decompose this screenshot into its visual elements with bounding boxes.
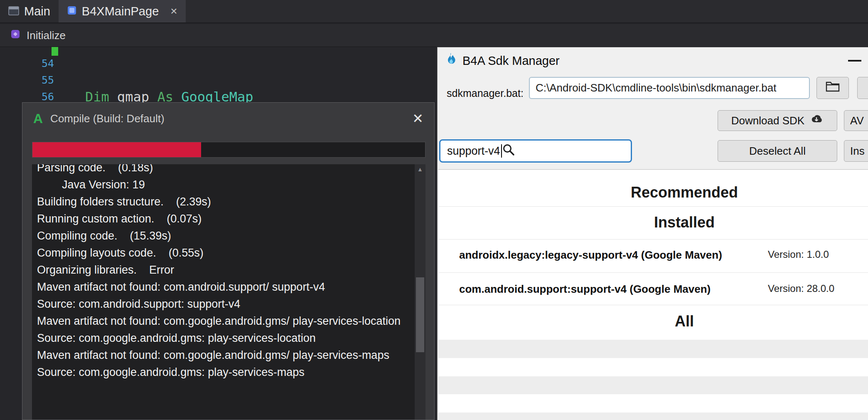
avd-button-label: AV xyxy=(850,114,864,127)
code-line: 56 Dim MapFragment1 As MapFragment xyxy=(0,72,437,89)
empty-row xyxy=(438,413,868,420)
package-table[interactable]: Recommended Installed androidx.legacy:le… xyxy=(438,169,868,420)
download-sdk-button[interactable]: Download SDK xyxy=(718,110,837,131)
code-line: 54 xyxy=(0,47,437,55)
row-divider xyxy=(438,239,868,240)
compile-dialog-title: Compile (Build: Default) xyxy=(50,112,165,125)
close-icon[interactable]: ✕ xyxy=(412,111,423,126)
sdkmanager-path-label: sdkmanager.bat: xyxy=(447,87,524,99)
download-sdk-label: Download SDK xyxy=(731,114,804,127)
progress-fill xyxy=(32,142,201,157)
search-icon xyxy=(502,143,515,159)
section-header-recommended: Recommended xyxy=(438,184,868,201)
sdk-window-title: B4A Sdk Manager xyxy=(462,54,560,68)
search-value: support-v4 xyxy=(447,145,500,158)
row-divider xyxy=(438,272,868,273)
module-toolbar: Initialize xyxy=(0,24,868,47)
compile-progress-bar xyxy=(32,142,425,158)
tab-main[interactable]: Main xyxy=(0,0,59,22)
section-header-all: All xyxy=(438,313,868,330)
cloud-download-icon xyxy=(809,114,824,128)
compile-log-text: Parsing code. (0.18s) Java Version: 19 B… xyxy=(37,164,411,381)
package-name: androidx.legacy:legacy-support-v4 (Googl… xyxy=(459,249,722,262)
code-line: 55 Dim gmap As GoogleMap xyxy=(0,55,437,72)
browse-folder-button[interactable] xyxy=(816,77,849,99)
tab-label: Main xyxy=(24,5,50,18)
sdk-titlebar: B4A Sdk Manager xyxy=(438,47,868,74)
log-scrollbar[interactable]: ▲ xyxy=(415,164,425,420)
install-button-label: Ins xyxy=(850,145,865,158)
section-header-installed: Installed xyxy=(438,214,868,231)
scrollbar-thumb[interactable] xyxy=(416,277,424,352)
package-version: Version: 1.0.0 xyxy=(768,249,829,260)
avd-manager-button[interactable]: AV xyxy=(844,110,868,131)
package-version: Version: 28.0.0 xyxy=(768,283,834,294)
folder-icon xyxy=(826,81,840,95)
minimize-button[interactable] xyxy=(848,60,861,62)
empty-row xyxy=(438,376,868,394)
tab-label: B4XMainPage xyxy=(82,5,159,18)
empty-row xyxy=(438,340,868,358)
row-divider xyxy=(438,206,868,207)
module-icon xyxy=(10,29,21,42)
page-icon xyxy=(67,5,77,18)
deselect-all-button[interactable]: Deselect All xyxy=(718,140,837,162)
compile-dialog: A Compile (Build: Default) ✕ Parsing cod… xyxy=(22,102,435,420)
deselect-all-label: Deselect All xyxy=(749,145,806,158)
install-button[interactable]: Ins xyxy=(844,140,868,162)
tab-bar: Main B4XMainPage × xyxy=(0,0,868,23)
compile-log[interactable]: Parsing code. (0.18s) Java Version: 19 B… xyxy=(32,164,425,420)
flame-icon xyxy=(445,52,457,69)
sdkmanager-path-input[interactable]: C:\Android-SDK\cmdline-tools\bin\sdkmana… xyxy=(529,77,810,99)
initialize-label[interactable]: Initialize xyxy=(27,29,66,42)
package-search-input[interactable]: support-v4 xyxy=(439,139,632,163)
sdk-manager-window: B4A Sdk Manager sdkmanager.bat: C:\Andro… xyxy=(437,47,868,420)
window-icon xyxy=(8,5,19,18)
scrollbar-up-icon[interactable]: ▲ xyxy=(415,166,425,173)
package-name: com.android.support:support-v4 (Google M… xyxy=(459,283,711,296)
clipped-button[interactable] xyxy=(857,77,868,99)
tab-b4xmainpage[interactable]: B4XMainPage × xyxy=(59,0,186,22)
row-divider xyxy=(438,305,868,305)
b4a-logo-icon: A xyxy=(33,111,43,126)
compile-dialog-titlebar: A Compile (Build: Default) ✕ xyxy=(22,103,434,134)
close-icon[interactable]: × xyxy=(170,5,177,18)
